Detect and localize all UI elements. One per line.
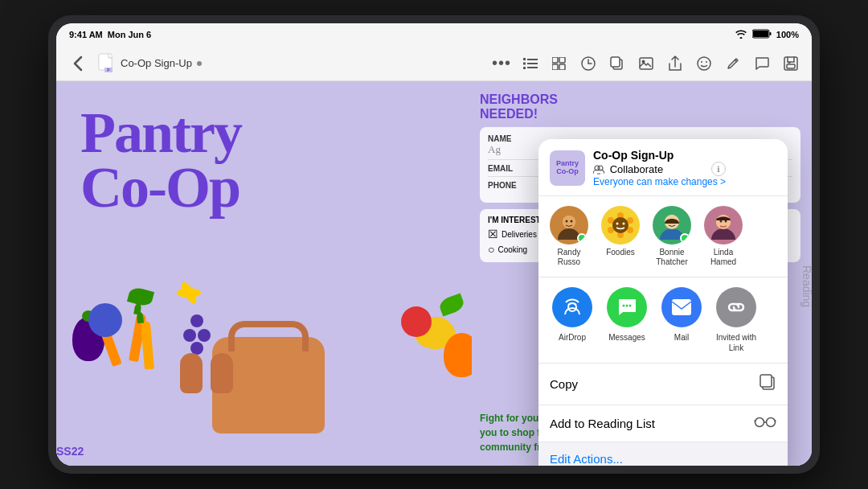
edit-actions-item[interactable]: Edit Actions... [538,442,788,466]
mail-icon-circle [661,287,702,327]
svg-rect-2 [769,32,771,35]
popup-header-text: Co-Op Sign-Up Collaborate [593,149,726,187]
bonnie-avatar-circle [653,206,691,244]
mail-option[interactable]: Mail [659,287,704,353]
svg-rect-63 [760,375,772,387]
save-button[interactable] [780,52,802,75]
popup-header: PantryCo-Op Co-Op Sign-Up [538,139,788,196]
popup-doc-thumbnail: PantryCo-Op [550,150,585,186]
everyone-text[interactable]: Everyone can make changes > [593,176,726,187]
comment-button[interactable] [751,52,773,75]
copy-menu-item[interactable]: Copy [538,364,788,405]
image-button[interactable] [635,52,657,75]
toolbar: P Co-Op Sign-Up ••• [56,46,812,81]
ss22-label: SS22 [56,445,84,458]
svg-rect-15 [552,64,558,70]
mail-label: Mail [674,332,689,343]
linda-avatar-circle [704,206,743,244]
toolbar-title-area: P Co-Op Sign-Up [98,53,202,74]
copy-button[interactable] [606,52,628,75]
svg-point-51 [674,220,676,223]
grid-view-button[interactable] [548,52,571,75]
glasses-icon [754,415,776,432]
popup-doc-title: Co-Op Sign-Up [593,149,726,162]
messages-option[interactable]: Messages [604,287,649,353]
svg-rect-12 [523,67,526,69]
randy-status-dot [577,233,587,243]
collaborate-info-icon[interactable]: ℹ [711,162,726,176]
status-bar: 9:41 AM Mon Jun 6 [56,23,812,46]
link-icon [726,301,747,314]
history-button[interactable] [577,52,600,75]
svg-point-56 [725,220,727,223]
airdrop-icon-circle [552,287,592,327]
airdrop-label: AirDrop [559,332,586,343]
foodies-avatar-circle [601,206,640,244]
status-time: 9:41 AM [69,30,103,39]
messages-icon [616,297,637,318]
share-button[interactable] [664,52,686,75]
emoji-button[interactable] [693,52,715,75]
battery-percent: 100% [776,30,799,39]
svg-rect-61 [672,299,691,315]
collaborate-label: Collaborate [610,163,664,175]
linda-label: LindaHamed [710,248,736,267]
mail-icon [671,298,692,316]
reading-list-label: Add to Reading List [550,417,655,430]
status-bar-left: 9:41 AM Mon Jun 6 [69,30,151,39]
status-day: Mon Jun 6 [108,30,151,39]
collaborate-icon [593,165,604,175]
pen-button[interactable] [722,52,744,75]
wifi-icon [735,29,747,40]
back-button[interactable] [66,51,90,76]
airdrop-icon [562,297,583,318]
reading-list-menu-item[interactable]: Add to Reading List [538,405,788,442]
more-options-button[interactable]: ••• [492,54,511,72]
svg-point-45 [616,223,619,225]
avatars-row: RandyRusso [538,196,788,277]
collaborate-row: Collaborate ℹ [593,162,726,176]
veggie-illustration [56,265,488,442]
svg-rect-11 [523,62,526,64]
foodies-avatar-face [604,209,637,241]
status-bar-right: 100% [735,29,799,40]
avatar-foodies[interactable]: Foodies [601,206,640,267]
doc-title: Co-Op Sign-Up [121,57,192,69]
avatar-randy[interactable]: RandyRusso [550,206,588,267]
pantry-title: Pantry Co-Op [80,105,464,216]
share-options-row: AirDrop Messages [538,277,788,364]
messages-icon-circle [607,287,647,327]
svg-point-25 [701,61,702,63]
link-icon-circle [716,287,756,327]
foodies-label: Foodies [606,248,635,257]
svg-point-44 [612,217,628,233]
battery-icon [752,29,772,40]
link-option[interactable]: Invited withLink [714,287,759,353]
copy-icon [759,373,776,395]
airdrop-option[interactable]: AirDrop [550,287,595,353]
messages-label: Messages [608,332,645,343]
doc-edited-dot [197,61,202,66]
svg-rect-29 [787,64,795,68]
svg-point-59 [626,305,628,307]
avatar-linda[interactable]: LindaHamed [704,206,743,267]
svg-rect-13 [552,57,558,63]
svg-rect-16 [559,64,565,70]
ipad-frame: 9:41 AM Mon Jun 6 [48,15,820,474]
avatar-bonnie[interactable]: BonnieThatcher [653,206,691,267]
svg-point-55 [720,220,723,223]
list-view-button[interactable] [519,52,542,75]
copy-label: Copy [550,377,578,391]
bonnie-status-dot [680,233,690,243]
main-content: Pantry Co-Op [56,81,812,466]
linda-avatar-face [707,209,739,241]
svg-point-64 [755,418,764,427]
share-popup: PantryCo-Op Co-Op Sign-Up [538,139,788,466]
doc-icon: P [98,53,116,74]
poster-left: Pantry Co-Op [56,81,472,466]
neighbors-needed-text: NEIGHBORS NEEDED! [480,92,800,121]
edit-actions-label: Edit Actions... [550,452,623,466]
svg-point-35 [566,220,568,223]
svg-point-58 [623,305,625,307]
svg-point-36 [571,220,573,223]
